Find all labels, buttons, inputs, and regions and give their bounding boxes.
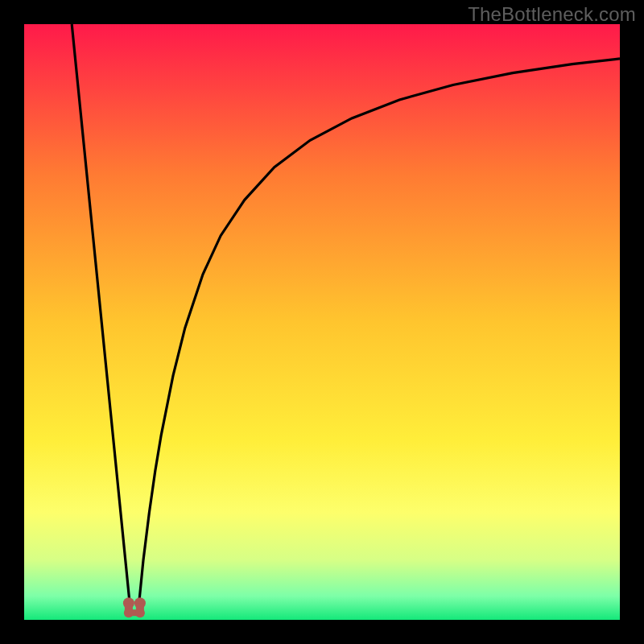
svg-point-5 (124, 608, 134, 617)
chart-svg (24, 24, 620, 620)
plot-area (24, 24, 620, 620)
chart-container: TheBottleneck.com (0, 0, 644, 644)
heat-background (24, 24, 620, 620)
watermark-text: TheBottleneck.com (468, 3, 636, 26)
svg-point-6 (135, 608, 145, 617)
